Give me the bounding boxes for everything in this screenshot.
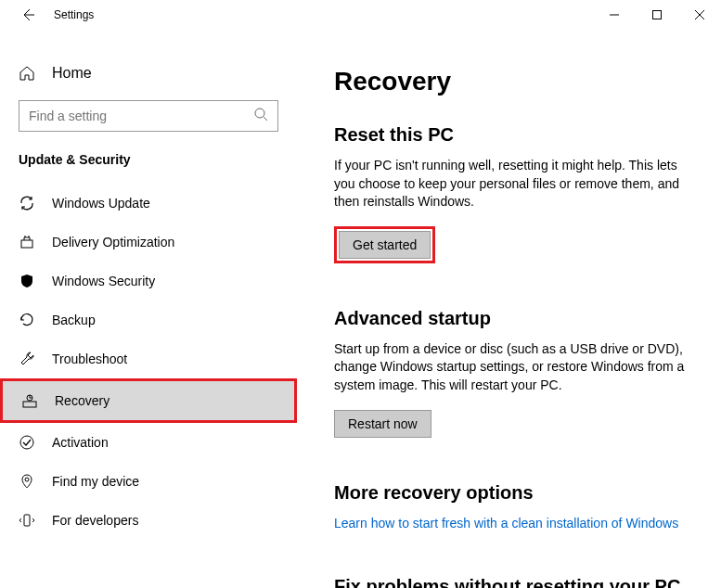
search-icon bbox=[253, 107, 268, 125]
sidebar-item-label: Troubleshoot bbox=[52, 352, 127, 366]
svg-rect-1 bbox=[653, 11, 662, 19]
sidebar-item-backup[interactable]: Backup bbox=[0, 300, 297, 339]
svg-point-4 bbox=[255, 109, 264, 118]
minimize-icon bbox=[610, 10, 619, 19]
sidebar-item-label: Windows Update bbox=[52, 196, 150, 211]
fix-section: Fix problems without resetting your PC bbox=[334, 576, 693, 588]
sidebar-item-label: Recovery bbox=[55, 393, 109, 408]
sidebar-item-windows-security[interactable]: Windows Security bbox=[0, 262, 297, 300]
search-box[interactable] bbox=[19, 100, 278, 132]
svg-point-11 bbox=[20, 436, 33, 449]
sidebar-item-for-developers[interactable]: For developers bbox=[0, 501, 297, 540]
fresh-install-link[interactable]: Learn how to start fresh with a clean in… bbox=[334, 516, 678, 530]
location-icon bbox=[19, 473, 35, 490]
backup-icon bbox=[19, 312, 35, 328]
svg-line-5 bbox=[264, 117, 267, 121]
sidebar-item-label: Find my device bbox=[52, 474, 139, 489]
svg-rect-6 bbox=[21, 240, 32, 248]
restart-now-button[interactable]: Restart now bbox=[334, 410, 431, 438]
more-section: More recovery options Learn how to start… bbox=[334, 482, 693, 531]
home-icon bbox=[19, 65, 35, 82]
reset-section: Reset this PC If your PC isn't running w… bbox=[334, 124, 693, 263]
maximize-icon bbox=[652, 10, 662, 19]
fix-heading: Fix problems without resetting your PC bbox=[334, 576, 693, 588]
advanced-heading: Advanced startup bbox=[334, 308, 693, 329]
svg-rect-13 bbox=[24, 515, 30, 526]
sidebar-item-recovery[interactable]: Recovery bbox=[0, 378, 297, 423]
sidebar-item-troubleshoot[interactable]: Troubleshoot bbox=[0, 339, 297, 378]
svg-point-12 bbox=[25, 478, 29, 481]
content-area: Home Update & Security Windows Update bbox=[0, 30, 721, 588]
advanced-body: Start up from a device or disc (such as … bbox=[334, 340, 693, 395]
window-controls bbox=[593, 0, 721, 30]
sidebar-item-label: Delivery Optimization bbox=[52, 235, 174, 249]
sidebar-item-label: For developers bbox=[52, 513, 138, 528]
sidebar-item-label: Windows Security bbox=[52, 274, 155, 288]
advanced-section: Advanced startup Start up from a device … bbox=[334, 308, 693, 438]
home-label: Home bbox=[52, 65, 92, 82]
settings-window: Settings Home bbox=[0, 0, 721, 588]
recovery-icon bbox=[21, 392, 38, 409]
minimize-button[interactable] bbox=[593, 0, 636, 30]
svg-rect-9 bbox=[23, 402, 36, 407]
sidebar-item-find-my-device[interactable]: Find my device bbox=[0, 462, 297, 501]
reset-body: If your PC isn't running well, resetting… bbox=[334, 157, 693, 211]
sidebar-item-delivery-optimization[interactable]: Delivery Optimization bbox=[0, 223, 297, 262]
delivery-icon bbox=[19, 234, 35, 250]
more-heading: More recovery options bbox=[334, 482, 693, 504]
app-title: Settings bbox=[54, 8, 94, 21]
activation-icon bbox=[19, 434, 35, 451]
sidebar-item-label: Backup bbox=[52, 313, 96, 327]
close-button[interactable] bbox=[678, 0, 721, 30]
back-button[interactable] bbox=[19, 6, 37, 24]
developers-icon bbox=[19, 512, 35, 529]
main-content: Recovery Reset this PC If your PC isn't … bbox=[297, 30, 721, 588]
close-icon bbox=[695, 10, 704, 19]
get-started-button[interactable]: Get started bbox=[339, 231, 431, 259]
titlebar: Settings bbox=[0, 0, 721, 30]
sidebar-item-windows-update[interactable]: Windows Update bbox=[0, 184, 297, 223]
home-button[interactable]: Home bbox=[0, 58, 297, 89]
maximize-button[interactable] bbox=[636, 0, 678, 30]
get-started-highlight: Get started bbox=[334, 226, 435, 263]
sidebar-item-label: Activation bbox=[52, 435, 109, 450]
titlebar-left: Settings bbox=[19, 6, 94, 24]
sidebar: Home Update & Security Windows Update bbox=[0, 30, 297, 588]
page-title: Recovery bbox=[334, 67, 693, 96]
wrench-icon bbox=[19, 351, 35, 367]
shield-icon bbox=[19, 273, 35, 289]
sidebar-item-activation[interactable]: Activation bbox=[0, 423, 297, 462]
search-input[interactable] bbox=[29, 109, 253, 123]
sync-icon bbox=[19, 195, 35, 211]
section-title: Update & Security bbox=[0, 152, 297, 184]
reset-heading: Reset this PC bbox=[334, 124, 693, 146]
arrow-left-icon bbox=[20, 7, 35, 22]
